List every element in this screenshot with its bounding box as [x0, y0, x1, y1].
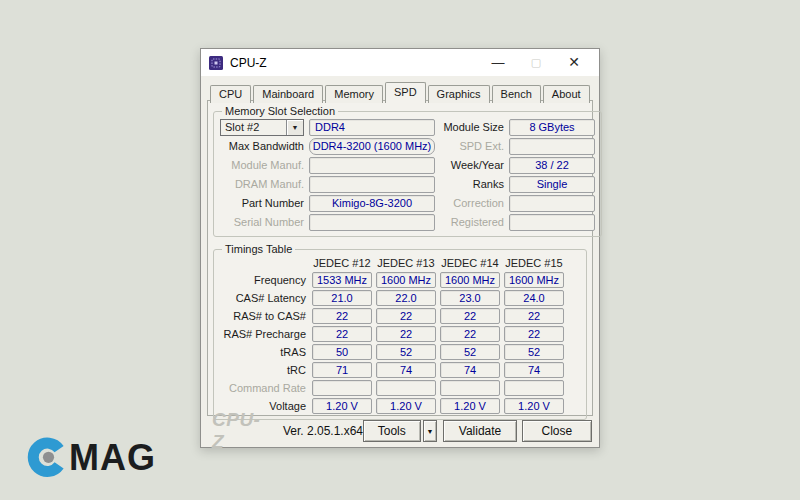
timing-cell[interactable]: 52	[440, 344, 500, 360]
cmag-logo: MAG	[27, 437, 156, 478]
timing-row-label: CAS# Latency	[220, 290, 308, 306]
spd-tab-page: Memory Slot Selection Slot #2 ▼ DDR4Modu…	[207, 100, 593, 416]
tools-button[interactable]: Tools	[363, 420, 420, 442]
timing-row-label: RAS# to CAS#	[220, 308, 308, 324]
cpuz-window: CPU-Z — ▢ ✕ CPUMainboardMemorySPDGraphic…	[200, 48, 600, 448]
timing-cell[interactable]: 22	[312, 308, 372, 324]
field-value[interactable]: 38 / 22	[509, 157, 595, 174]
field-label: Max Bandwidth	[220, 138, 304, 155]
timing-cell[interactable]: 21.0	[312, 290, 372, 306]
timing-cell[interactable]: 1600 MHz	[376, 272, 436, 288]
timing-cell[interactable]	[376, 380, 436, 396]
field-label: Module Manuf.	[220, 157, 304, 174]
timing-cell[interactable]: 24.0	[504, 290, 564, 306]
memory-slot-selector-value: Slot #2	[221, 120, 286, 135]
tab-about[interactable]: About	[543, 85, 590, 103]
timing-row-label	[220, 256, 308, 270]
field-label: Registered	[440, 214, 504, 231]
timing-cell[interactable]: 22.0	[376, 290, 436, 306]
timing-cell[interactable]: 22	[504, 326, 564, 342]
timing-cell[interactable]: 22	[440, 326, 500, 342]
field-value[interactable]	[309, 214, 435, 231]
timing-cell[interactable]	[312, 380, 372, 396]
timing-column-header: JEDEC #12	[312, 256, 372, 270]
timing-row-label: Command Rate	[220, 380, 308, 396]
memory-slot-selection-group: Memory Slot Selection Slot #2 ▼ DDR4Modu…	[213, 105, 602, 237]
timing-cell[interactable]: 1.20 V	[504, 398, 564, 414]
timing-cell[interactable]: 22	[376, 308, 436, 324]
field-value[interactable]: DDR4	[309, 119, 435, 136]
timing-cell[interactable]: 50	[312, 344, 372, 360]
field-value[interactable]	[509, 195, 595, 212]
field-label: Part Number	[220, 195, 304, 212]
field-value[interactable]	[509, 138, 595, 155]
close-button[interactable]: ✕	[555, 49, 593, 76]
timing-cell[interactable]: 1.20 V	[376, 398, 436, 414]
timing-cell[interactable]: 74	[376, 362, 436, 378]
tab-memory[interactable]: Memory	[325, 85, 383, 103]
field-value[interactable]: DDR4-3200 (1600 MHz)	[309, 138, 435, 155]
timing-cell[interactable]: 74	[504, 362, 564, 378]
field-value[interactable]: Kimigo-8G-3200	[309, 195, 435, 212]
timings-grid: JEDEC #12JEDEC #13JEDEC #14JEDEC #15Freq…	[220, 256, 580, 414]
field-value[interactable]: Single	[509, 176, 595, 193]
timing-cell[interactable]: 22	[376, 326, 436, 342]
version-text: Ver. 2.05.1.x64	[283, 424, 363, 438]
timing-cell[interactable]	[440, 380, 500, 396]
tab-bench[interactable]: Bench	[492, 85, 541, 103]
timings-table-legend: Timings Table	[222, 243, 295, 255]
timing-cell[interactable]: 1533 MHz	[312, 272, 372, 288]
maximize-button: ▢	[517, 49, 555, 76]
cpuz-brand-logo: CPU-Z	[212, 409, 272, 453]
timing-cell[interactable]: 1.20 V	[440, 398, 500, 414]
timing-cell[interactable]: 71	[312, 362, 372, 378]
titlebar[interactable]: CPU-Z — ▢ ✕	[201, 49, 599, 76]
timing-cell[interactable]: 74	[440, 362, 500, 378]
timing-cell[interactable]: 1.20 V	[312, 398, 372, 414]
tab-mainboard[interactable]: Mainboard	[253, 85, 323, 103]
field-label: Correction	[440, 195, 504, 212]
field-value[interactable]	[309, 176, 435, 193]
combo-dropdown-arrow-icon[interactable]: ▼	[286, 120, 303, 135]
field-value[interactable]	[309, 157, 435, 174]
timing-cell[interactable]: 1600 MHz	[440, 272, 500, 288]
timing-cell[interactable]: 1600 MHz	[504, 272, 564, 288]
tools-dropdown-arrow-icon[interactable]: ▼	[423, 420, 438, 442]
field-value[interactable]: 8 GBytes	[509, 119, 595, 136]
minimize-button[interactable]: —	[479, 49, 517, 76]
cpuz-app-icon	[209, 56, 223, 70]
memory-slot-selection-legend: Memory Slot Selection	[222, 105, 338, 117]
field-label: Ranks	[440, 176, 504, 193]
memory-slot-selector[interactable]: Slot #2 ▼	[220, 119, 304, 136]
field-label: Week/Year	[440, 157, 504, 174]
timing-cell[interactable]: 22	[440, 308, 500, 324]
field-value[interactable]	[509, 214, 595, 231]
timing-cell[interactable]: 22	[504, 308, 564, 324]
field-label: Serial Number	[220, 214, 304, 231]
tab-cpu[interactable]: CPU	[210, 85, 251, 103]
close-window-button[interactable]: Close	[522, 420, 592, 442]
timing-cell[interactable]: 52	[376, 344, 436, 360]
tab-graphics[interactable]: Graphics	[428, 85, 490, 103]
tab-spd[interactable]: SPD	[385, 82, 426, 103]
timing-row-label: tRC	[220, 362, 308, 378]
window-controls: — ▢ ✕	[479, 49, 593, 76]
timing-cell[interactable]: 52	[504, 344, 564, 360]
timing-column-header: JEDEC #14	[440, 256, 500, 270]
cmag-logo-icon	[27, 437, 68, 478]
tab-bar: CPUMainboardMemorySPDGraphicsBenchAbout	[210, 82, 592, 103]
desktop-background: MAG CPU-Z — ▢ ✕ CPUMainboardMemorySPDGra…	[0, 0, 800, 500]
field-label: DRAM Manuf.	[220, 176, 304, 193]
timings-table-group: Timings Table JEDEC #12JEDEC #13JEDEC #1…	[213, 243, 587, 420]
window-title: CPU-Z	[230, 56, 267, 70]
timing-cell[interactable]: 22	[312, 326, 372, 342]
cmag-logo-text: MAG	[69, 440, 156, 476]
timing-cell[interactable]	[504, 380, 564, 396]
timing-column-header: JEDEC #13	[376, 256, 436, 270]
validate-button[interactable]: Validate	[443, 420, 516, 442]
field-label: Module Size	[440, 119, 504, 136]
timing-cell[interactable]: 23.0	[440, 290, 500, 306]
timing-column-header: JEDEC #15	[504, 256, 564, 270]
field-label: SPD Ext.	[440, 138, 504, 155]
timing-row-label: Frequency	[220, 272, 308, 288]
